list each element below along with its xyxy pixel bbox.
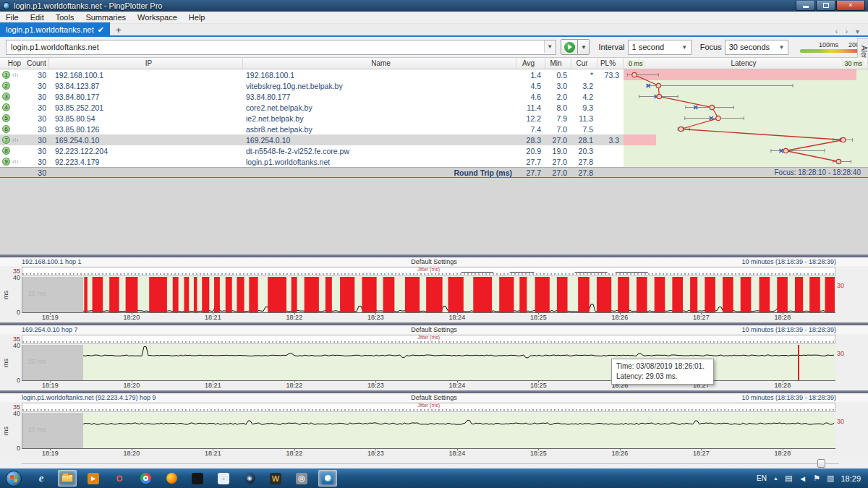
hidden-icons-button[interactable]: ▲: [773, 476, 778, 481]
scale-watermark: 25 ms: [28, 358, 46, 365]
hop-number-badge: 9: [2, 158, 10, 166]
table-row[interactable]: 9 ılı 30 92.223.4.179 login.p1.worldofta…: [0, 156, 868, 167]
minimize-button[interactable]: [796, 1, 815, 11]
focus-select[interactable]: 30 seconds ▼: [725, 40, 788, 55]
header-hop[interactable]: Hop: [0, 58, 27, 69]
avg-cell: 20.9: [516, 145, 545, 156]
menu-item-help[interactable]: Help: [183, 13, 211, 22]
media-player-icon[interactable]: ▸: [84, 470, 103, 487]
tab-scroll-buttons[interactable]: ‹ › ▾: [835, 27, 868, 35]
start-button[interactable]: [6, 471, 22, 487]
table-row[interactable]: 4 ılı 30 93.85.252.201 core2.net.belpak.…: [0, 102, 868, 113]
jitter-title: Jitter (ms): [22, 267, 835, 272]
clipboard-tray-icon[interactable]: ▤: [785, 474, 792, 483]
dark-app-icon[interactable]: [188, 470, 207, 487]
close-button[interactable]: ×: [836, 1, 865, 11]
timeline-plot[interactable]: 25 ms: [22, 277, 835, 313]
menu-item-summaries[interactable]: Summaries: [80, 13, 132, 22]
avg-cell: 27.7: [516, 156, 545, 167]
voice-app-icon[interactable]: ◎: [292, 470, 311, 487]
trace-table: Hop Count IP Name Avg Min Cur PL% 0 ms L…: [0, 58, 868, 178]
hop-number-badge: 1: [2, 71, 10, 79]
menu-item-workspace[interactable]: Workspace: [132, 13, 183, 22]
interval-label: Interval: [598, 43, 624, 51]
count-cell: 30: [27, 156, 49, 167]
name-cell: login.p1.worldoftanks.net: [243, 156, 516, 167]
tab-target[interactable]: login.p1.worldoftanks.net ✔: [0, 22, 110, 35]
explorer-icon[interactable]: [58, 470, 77, 487]
firefox-icon[interactable]: [162, 470, 181, 487]
focus-scale-label: 30: [837, 418, 844, 425]
ip-cell: 93.85.80.54: [49, 113, 243, 124]
pingplotter-app-icon: [3, 2, 10, 9]
table-row[interactable]: 6 ılı 30 93.85.80.126 asbr8.net.belpak.b…: [0, 124, 868, 134]
time-marker-line: [798, 345, 799, 380]
action-center-icon[interactable]: ⚑: [813, 474, 820, 483]
menu-item-tools[interactable]: Tools: [50, 13, 80, 22]
table-row[interactable]: 5 ılı 30 93.85.80.54 ie2.net.belpak.by 1…: [0, 113, 868, 124]
start-trace-dropdown[interactable]: ▼: [578, 39, 590, 55]
time-axis: 18:1918:2018:2118:2218:2318:2418:2518:26…: [0, 449, 868, 458]
header-cur[interactable]: Cur: [571, 58, 597, 69]
time-tick-label: 18:24: [449, 450, 466, 457]
language-indicator[interactable]: EN: [757, 474, 767, 482]
menu-item-file[interactable]: File: [0, 13, 25, 22]
clock[interactable]: 18:29: [841, 474, 861, 483]
hop-number-badge: 3: [2, 93, 10, 100]
ip-cell: 92.223.122.204: [49, 145, 243, 156]
timeline-panel: Default Settings 192.168.100.1 hop 1 10 …: [0, 254, 868, 322]
worldoftanks-icon[interactable]: W: [266, 470, 285, 487]
windows-taskbar: e▸O◦◉W◎ EN ▲ ▤ ◄ ⚑ ▥ 18:29: [0, 468, 868, 488]
header-name[interactable]: Name: [243, 58, 516, 69]
pingplotter-icon[interactable]: [318, 470, 337, 487]
header-avg[interactable]: Avg: [516, 58, 545, 69]
timeline-plot[interactable]: 25 ms: [22, 413, 835, 449]
time-tick-label: 18:19: [42, 314, 59, 321]
opera-icon[interactable]: O: [110, 470, 129, 487]
jitter-title: Jitter (ms): [22, 403, 835, 408]
mini-graph-icon: ılı: [12, 158, 19, 165]
jitter-title: Jitter (ms): [22, 335, 835, 340]
name-cell: 93.84.80.177: [243, 91, 516, 102]
ip-cell: 93.85.252.201: [49, 102, 243, 113]
timeline-scrollbar: [0, 458, 868, 468]
maximize-button[interactable]: [816, 1, 835, 11]
timeline-series: [22, 277, 835, 312]
new-tab-button[interactable]: +: [110, 25, 127, 35]
ie-icon[interactable]: e: [32, 470, 51, 487]
interval-select[interactable]: 1 second ▼: [628, 40, 692, 55]
time-tick-label: 18:22: [286, 382, 303, 389]
target-input[interactable]: [6, 40, 556, 55]
y-axis-max-label: 40: [6, 410, 20, 417]
cur-cell: 28.1: [571, 134, 597, 145]
network-icon[interactable]: ▥: [827, 474, 834, 483]
chrome-icon[interactable]: [136, 470, 155, 487]
chat-app-icon[interactable]: ◦: [214, 470, 233, 487]
table-row[interactable]: 2 ılı 30 93.84.123.87 vitebskreg.10g.net…: [0, 80, 868, 91]
time-tick-label: 18:24: [449, 314, 466, 321]
volume-icon[interactable]: ◄: [799, 474, 807, 483]
header-ip[interactable]: IP: [49, 58, 243, 69]
focus-value: 30 seconds: [729, 43, 770, 51]
table-row[interactable]: 7 ılı 30 169.254.0.10 169.254.0.10 28.3 …: [0, 134, 868, 145]
cur-cell: 3.2: [571, 80, 597, 91]
steam-icon[interactable]: ◉: [240, 470, 259, 487]
table-row[interactable]: 1 ılı 30 192.168.100.1 192.168.100.1 1.4…: [0, 69, 868, 80]
header-min[interactable]: Min: [545, 58, 571, 69]
count-cell: 30: [27, 69, 49, 80]
min-cell: 7.0: [545, 124, 571, 134]
summary-avg: 27.7: [516, 168, 545, 177]
target-dropdown-icon[interactable]: ▼: [544, 40, 556, 53]
scrollbar-handle[interactable]: [817, 459, 825, 468]
header-count[interactable]: Count: [27, 58, 49, 69]
menu-item-edit[interactable]: Edit: [25, 13, 50, 22]
header-latency[interactable]: 0 ms Latency 30 ms: [624, 58, 868, 69]
tooltip-latency: Latency: 29.03 ms.: [616, 372, 709, 382]
table-row[interactable]: 8 ılı 30 92.223.122.204 dt-n5548-fe-2-vl…: [0, 145, 868, 156]
time-tick-label: 18:25: [530, 314, 547, 321]
scrollbar-track[interactable]: [22, 463, 839, 464]
start-trace-button[interactable]: [561, 39, 579, 55]
table-row[interactable]: 3 ılı 30 93.84.80.177 93.84.80.177 4.6 2…: [0, 91, 868, 102]
header-pl[interactable]: PL%: [597, 58, 624, 69]
hop-number-badge: 4: [2, 103, 10, 111]
